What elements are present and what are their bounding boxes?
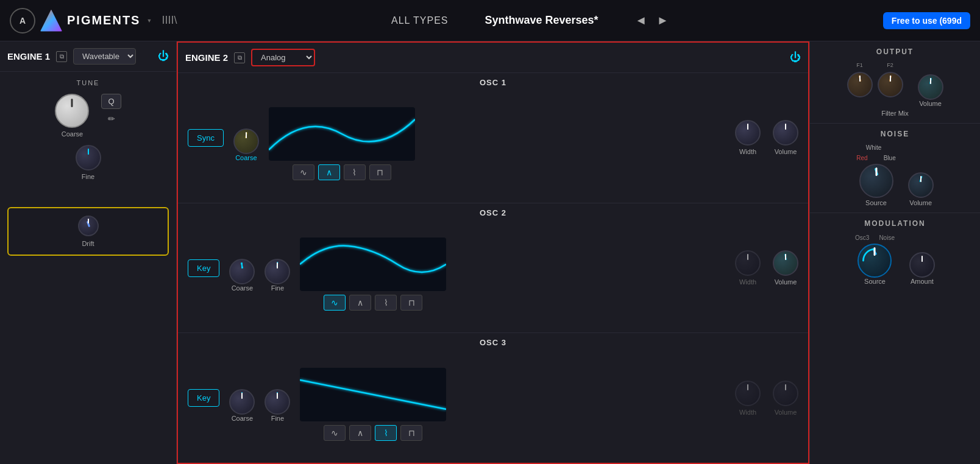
pencil-button[interactable]: ✏ <box>101 113 121 125</box>
fine-knob-container: Fine <box>76 145 101 180</box>
osc3-coarse-knob[interactable] <box>229 389 255 415</box>
logo-area: A PIGMENTS ▼ IIII\ <box>10 8 177 33</box>
noise-source-knob[interactable] <box>859 164 893 198</box>
osc1-width-knob-container: Width <box>735 120 761 155</box>
prev-arrow[interactable]: ◄ <box>635 13 647 27</box>
osc1-wave-sq[interactable]: ⊓ <box>369 164 391 180</box>
osc1-wave-saw[interactable]: ⌇ <box>344 164 366 180</box>
osc1-coarse-label: Coarse <box>235 154 257 161</box>
preset-name: Synthwave Reverses* <box>485 14 598 27</box>
engine1-power-button[interactable]: ⏻ <box>158 50 169 63</box>
mod-source-group: Osc3 Noise Source <box>855 234 895 285</box>
osc2-coarse-knob[interactable] <box>229 259 255 284</box>
osc3-fine-knob[interactable] <box>265 389 290 415</box>
engine1-label: ENGINE 1 <box>7 51 50 62</box>
osc2-title: OSC 2 <box>480 208 506 217</box>
tune-coarse-knob[interactable] <box>55 94 89 128</box>
tune-fine-knob[interactable] <box>76 145 101 170</box>
osc2-wave-tri[interactable]: ∧ <box>349 295 371 311</box>
mod-source-label: Source <box>864 278 886 285</box>
osc2-waveform <box>300 237 446 291</box>
right-panel: OUTPUT F1 F2 <box>809 41 980 464</box>
mod-osc3-label: Osc3 <box>855 234 869 241</box>
osc2-volume-knob-container: Volume <box>773 250 798 286</box>
osc1-volume-label: Volume <box>775 148 797 155</box>
osc2-fine-col: Fine <box>265 259 290 292</box>
filter-mix-label: Filter Mix <box>881 110 909 117</box>
osc2-width-knob[interactable] <box>735 250 761 276</box>
osc2-key-button[interactable]: Key <box>188 259 219 277</box>
osc2-width-vol: Width Volume <box>735 250 798 286</box>
noise-source-label: Source <box>865 199 887 206</box>
osc2-wave-sine[interactable]: ∿ <box>324 295 346 311</box>
output-volume-knob[interactable] <box>918 74 943 100</box>
filter-mix-label-row: Filter Mix <box>818 110 971 117</box>
drift-knob[interactable] <box>78 216 99 236</box>
osc2-wave-saw[interactable]: ⌇ <box>375 295 397 311</box>
mod-source-knob[interactable] <box>857 244 892 278</box>
noise-source-group: White Red Blue Source <box>856 144 895 206</box>
osc2-coarse-label: Coarse <box>232 284 253 292</box>
engine1-copy-icon[interactable]: ⧉ <box>56 51 67 62</box>
preset-type[interactable]: ALL TYPES <box>391 15 449 26</box>
osc3-width-knob[interactable] <box>735 381 761 406</box>
f1-knob-container: F1 <box>847 62 873 97</box>
osc2-fine-knob[interactable] <box>265 259 290 284</box>
noise-blue-label: Blue <box>884 155 896 161</box>
q-button[interactable]: Q <box>101 94 121 109</box>
osc1-sync-button[interactable]: Sync <box>188 129 224 147</box>
osc1-wave-sine[interactable]: ∿ <box>293 164 314 180</box>
osc3-coarse-col: Coarse <box>229 389 255 422</box>
top-bar: A PIGMENTS ▼ IIII\ ALL TYPES Synthwave R… <box>0 0 980 41</box>
osc2-width-label: Width <box>739 278 756 286</box>
noise-volume-knob[interactable] <box>908 172 934 198</box>
osc2-volume-knob[interactable] <box>773 250 798 276</box>
osc1-waveform-area: ∿ ∧ ⌇ ⊓ <box>269 107 415 180</box>
filter-mix-knob-f2[interactable] <box>878 72 903 97</box>
mod-sub-labels: Osc3 Noise <box>855 234 895 241</box>
osc3-coarse-label: Coarse <box>232 415 253 422</box>
next-arrow[interactable]: ► <box>656 13 669 27</box>
osc3-wave-tri[interactable]: ∧ <box>349 425 371 441</box>
engine2-copy-icon[interactable]: ⧉ <box>234 52 245 63</box>
osc3-wave-sine[interactable]: ∿ <box>324 425 346 441</box>
osc1-volume-knob[interactable] <box>773 120 798 146</box>
osc1-width-label: Width <box>739 148 756 155</box>
mod-noise-label: Noise <box>879 234 895 241</box>
osc3-width-vol: Width Volume <box>735 381 798 416</box>
osc1-wave-tri[interactable]: ∧ <box>318 164 340 180</box>
logo-icon: A <box>10 8 35 33</box>
engine2-header: ENGINE 2 ⧉ Analog Wavetable Sample ⏻ <box>178 43 808 73</box>
osc3-wave-sq[interactable]: ⊓ <box>400 425 422 441</box>
osc3-waveform <box>300 368 446 421</box>
osc2-wave-sq[interactable]: ⊓ <box>400 295 422 311</box>
engine2-power-button[interactable]: ⏻ <box>790 51 801 64</box>
osc1-width-knob[interactable] <box>735 120 761 146</box>
noise-section: NOISE White Red Blue Source <box>810 124 980 213</box>
osc2-width-knob-container: Width <box>735 250 761 286</box>
engine2-type-select[interactable]: Analog Wavetable Sample <box>251 49 315 66</box>
noise-volume-label: Volume <box>909 199 932 206</box>
osc3-width-knob-container: Width <box>735 381 761 416</box>
osc2-coarse-col: Coarse <box>229 259 255 292</box>
osc3-wave-saw[interactable]: ⌇ <box>375 425 397 441</box>
mod-amount-label: Amount <box>911 278 934 285</box>
osc1-section: OSC 1 Sync Coarse <box>178 73 808 203</box>
osc1-coarse-knob[interactable] <box>233 128 259 154</box>
seq-icon: IIII\ <box>162 14 177 27</box>
f2-label: F2 <box>887 62 893 68</box>
tune-q-col: Q ✏ <box>101 94 121 125</box>
output-knobs: F1 F2 Volu <box>818 62 971 107</box>
osc3-key-button[interactable]: Key <box>188 389 219 407</box>
output-volume-col: Volume <box>918 74 943 107</box>
drift-label: Drift <box>82 240 94 247</box>
noise-volume-group: Volume <box>908 172 934 206</box>
drift-box: Drift <box>7 207 169 256</box>
engine1-header: ENGINE 1 ⧉ Wavetable Analog Sample ⏻ <box>0 41 176 72</box>
osc3-volume-knob[interactable] <box>773 381 798 406</box>
engine1-type-select[interactable]: Wavetable Analog Sample <box>73 48 136 65</box>
tune-section: TUNE Coarse Q ✏ Fine <box>0 72 176 197</box>
filter-mix-knob-f1[interactable] <box>847 72 873 97</box>
coarse-knob-container: Coarse <box>55 94 89 138</box>
mod-amount-knob[interactable] <box>909 252 935 278</box>
